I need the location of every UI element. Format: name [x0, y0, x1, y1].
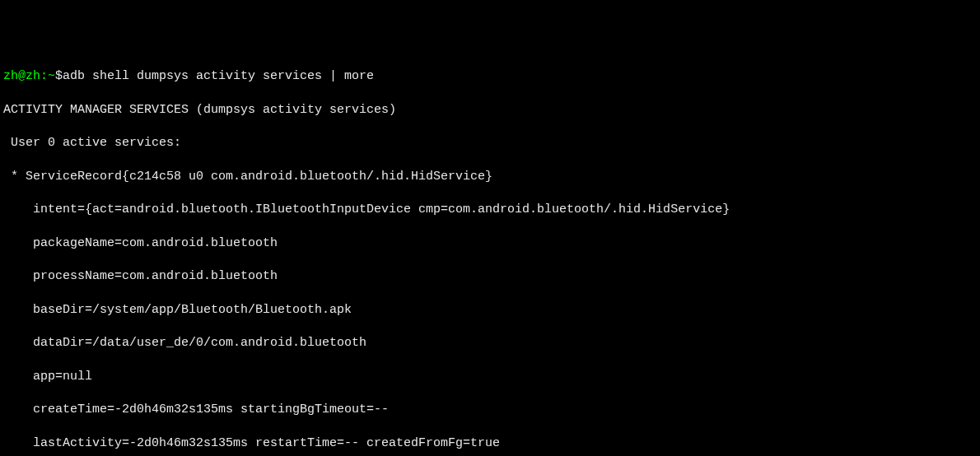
- output-create-time: createTime=-2d0h46m32s135ms startingBgTi…: [3, 402, 977, 418]
- output-app: app=null: [3, 369, 977, 385]
- prompt-path: ~: [48, 69, 55, 83]
- output-header: ACTIVITY MANAGER SERVICES (dumpsys activ…: [3, 102, 977, 119]
- prompt-user: zh@zh: [3, 69, 40, 83]
- output-base-dir: baseDir=/system/app/Bluetooth/Bluetooth.…: [3, 302, 977, 319]
- output-process-name: processName=com.android.bluetooth: [3, 268, 977, 285]
- output-last-activity: lastActivity=-2d0h46m32s135ms restartTim…: [3, 435, 977, 452]
- output-data-dir: dataDir=/data/user_de/0/com.android.blue…: [3, 335, 977, 351]
- output-service-record: * ServiceRecord{c214c58 u0 com.android.b…: [3, 169, 977, 185]
- prompt-dollar: $: [55, 69, 63, 83]
- prompt-line[interactable]: zh@zh:~$adb shell dumpsys activity servi…: [3, 68, 977, 85]
- output-package-name: packageName=com.android.bluetooth: [3, 235, 977, 252]
- output-user-line: User 0 active services:: [3, 135, 977, 151]
- output-intent: intent={act=android.bluetooth.IBluetooth…: [3, 202, 977, 218]
- command-text: adb shell dumpsys activity services | mo…: [63, 69, 374, 83]
